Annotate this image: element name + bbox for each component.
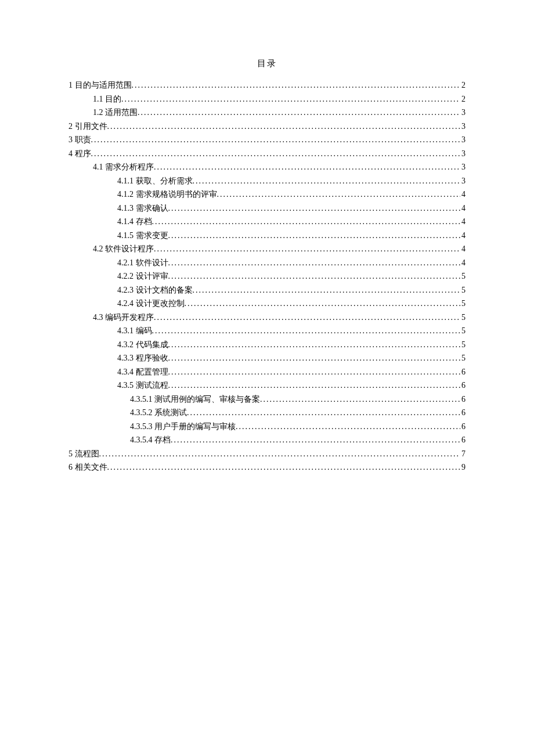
toc-entry-page: 6: [460, 393, 466, 406]
toc-entry-page: 5: [460, 297, 466, 311]
toc-entry-label: 4 程序: [68, 147, 91, 161]
toc-entry-leader: [91, 147, 461, 161]
toc-entry[interactable]: 4.3.3 程序验收5: [68, 351, 466, 365]
toc-container: 1 目的与适用范围21.1 目的21.2 适用范围32 引用文件33 职责34 …: [68, 78, 466, 474]
toc-entry-leader: [217, 188, 461, 201]
toc-entry-page: 9: [460, 460, 466, 474]
toc-entry-leader: [107, 120, 461, 134]
toc-entry[interactable]: 4.1.4 存档4: [68, 215, 466, 229]
toc-entry-label: 4.2.4 设计更改控制: [117, 297, 185, 311]
toc-entry-label: 4.3.5.1 测试用例的编写、审核与备案: [130, 393, 260, 406]
toc-entry[interactable]: 4.2.3 设计文档的备案5: [68, 283, 466, 297]
toc-entry-leader: [132, 78, 461, 92]
toc-entry-page: 4: [460, 188, 466, 201]
toc-entry[interactable]: 4.1 需求分析程序3: [68, 160, 466, 174]
toc-entry-page: 4: [460, 242, 466, 256]
toc-entry[interactable]: 3 职责3: [68, 133, 466, 147]
toc-entry-page: 3: [460, 174, 466, 188]
toc-entry-leader: [236, 420, 460, 434]
toc-entry[interactable]: 1.1 目的2: [68, 92, 466, 106]
toc-entry[interactable]: 4.3.5.2 系统测试6: [68, 406, 466, 420]
toc-entry-page: 4: [460, 229, 466, 243]
toc-entry-label: 4.3.5.3 用户手册的编写与审核: [130, 420, 236, 434]
toc-entry-page: 5: [460, 269, 466, 283]
toc-entry-leader: [168, 338, 461, 352]
toc-entry-leader: [260, 393, 460, 406]
toc-entry-page: 5: [460, 338, 466, 352]
toc-entry-leader: [168, 351, 461, 365]
toc-entry-label: 4.2.1 软件设计: [117, 256, 168, 270]
toc-entry-page: 3: [460, 133, 466, 147]
toc-entry-label: 4.3.2 代码集成: [117, 338, 168, 352]
toc-entry-label: 3 职责: [68, 133, 91, 147]
toc-entry-label: 4.3.5.2 系统测试: [130, 406, 187, 420]
toc-entry-page: 4: [460, 201, 466, 215]
toc-entry-page: 4: [460, 256, 466, 270]
toc-entry[interactable]: 4.1.5 需求变更4: [68, 229, 466, 243]
toc-entry-label: 2 引用文件: [68, 120, 107, 134]
toc-entry-leader: [193, 174, 461, 188]
toc-entry-page: 4: [460, 215, 466, 229]
toc-entry[interactable]: 4.3.5.3 用户手册的编写与审核6: [68, 420, 466, 434]
toc-entry-label: 4.3.1 编码: [117, 324, 152, 338]
toc-entry-leader: [168, 256, 461, 270]
toc-entry-label: 4.3 编码开发程序: [93, 311, 154, 325]
toc-entry-label: 1 目的与适用范围: [68, 78, 132, 92]
toc-entry[interactable]: 4.3.1 编码5: [68, 324, 466, 338]
toc-entry-page: 3: [460, 120, 466, 134]
toc-entry-leader: [91, 133, 461, 147]
toc-entry-page: 6: [460, 379, 466, 393]
toc-entry[interactable]: 4.3.5.4 存档6: [68, 433, 466, 447]
toc-entry-label: 4.1.3 需求确认: [117, 201, 168, 215]
toc-entry-label: 4.1.4 存档: [117, 215, 152, 229]
toc-entry[interactable]: 4.2 软件设计程序4: [68, 242, 466, 256]
toc-entry[interactable]: 4.3.5 测试流程6: [68, 379, 466, 393]
toc-entry[interactable]: 6 相关文件9: [68, 460, 466, 474]
toc-entry-leader: [168, 379, 461, 393]
toc-entry-label: 4.3.5.4 存档: [130, 433, 171, 447]
toc-entry-leader: [193, 283, 461, 297]
toc-entry-label: 4.1.2 需求规格说明书的评审: [117, 188, 217, 201]
toc-entry-label: 5 流程图: [68, 447, 99, 461]
toc-entry-label: 6 相关文件: [68, 460, 107, 474]
toc-entry[interactable]: 4.3.4 配置管理6: [68, 365, 466, 379]
toc-entry-leader: [152, 324, 461, 338]
toc-entry[interactable]: 4.2.2 设计评审5: [68, 269, 466, 283]
toc-entry-leader: [154, 160, 460, 174]
toc-entry-page: 5: [460, 351, 466, 365]
toc-entry-page: 2: [460, 92, 466, 106]
toc-entry-label: 1.1 目的: [93, 92, 121, 106]
toc-entry-label: 4.1 需求分析程序: [93, 160, 154, 174]
toc-entry[interactable]: 4.2.4 设计更改控制5: [68, 297, 466, 311]
toc-entry-label: 4.3.3 程序验收: [117, 351, 168, 365]
toc-entry-leader: [168, 365, 461, 379]
toc-entry-leader: [121, 92, 460, 106]
toc-entry-leader: [107, 460, 461, 474]
toc-entry[interactable]: 1 目的与适用范围2: [68, 78, 466, 92]
toc-entry-leader: [168, 269, 461, 283]
toc-entry-page: 5: [460, 324, 466, 338]
toc-title: 目录: [68, 58, 466, 69]
toc-entry-page: 6: [460, 420, 466, 434]
toc-entry[interactable]: 4.1.1 获取、分析需求3: [68, 174, 466, 188]
toc-entry[interactable]: 1.2 适用范围3: [68, 106, 466, 120]
toc-entry-leader: [154, 311, 460, 325]
toc-entry[interactable]: 4.3.5.1 测试用例的编写、审核与备案6: [68, 393, 466, 406]
toc-entry[interactable]: 4.1.3 需求确认4: [68, 201, 466, 215]
toc-entry-label: 4.1.5 需求变更: [117, 229, 168, 243]
toc-entry[interactable]: 4.2.1 软件设计4: [68, 256, 466, 270]
toc-entry-leader: [187, 406, 460, 420]
toc-entry-label: 4.3.5 测试流程: [117, 379, 168, 393]
toc-entry-leader: [185, 297, 461, 311]
toc-entry[interactable]: 4.1.2 需求规格说明书的评审4: [68, 188, 466, 201]
toc-entry-page: 3: [460, 106, 466, 120]
toc-entry-label: 4.3.4 配置管理: [117, 365, 168, 379]
toc-entry-page: 6: [460, 406, 466, 420]
toc-entry-leader: [154, 242, 460, 256]
toc-entry[interactable]: 4.3.2 代码集成5: [68, 338, 466, 352]
toc-entry-page: 7: [460, 447, 466, 461]
toc-entry[interactable]: 4 程序3: [68, 147, 466, 161]
toc-entry[interactable]: 2 引用文件3: [68, 120, 466, 134]
toc-entry[interactable]: 5 流程图7: [68, 447, 466, 461]
toc-entry[interactable]: 4.3 编码开发程序5: [68, 311, 466, 325]
